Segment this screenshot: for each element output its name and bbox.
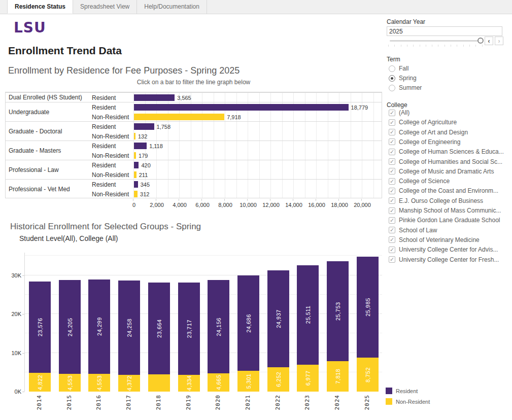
- non-resident-segment[interactable]: 4,665: [208, 373, 229, 392]
- college-option-college-of-music-and-dramatic-arts[interactable]: ✓College of Music and Dramatic Arts: [389, 168, 494, 175]
- college-option-school-of-veterinary-medicine[interactable]: ✓School of Veterinary Medicine: [389, 236, 480, 243]
- non-resident-segment[interactable]: 8,752: [357, 358, 379, 392]
- college-option-college-of-agriculture[interactable]: ✓College of Agriculture: [389, 119, 457, 126]
- resident-segment[interactable]: 23,664: [148, 283, 170, 374]
- resident-segment[interactable]: 25,511: [297, 265, 319, 364]
- non-resident-segment[interactable]: 4,553: [59, 374, 81, 392]
- checkbox-label: College of Engineering: [399, 138, 460, 146]
- checkbox-icon[interactable]: ✓: [389, 227, 395, 233]
- term-option-summer[interactable]: Summer: [389, 84, 422, 91]
- checkbox-icon[interactable]: ✓: [389, 119, 395, 126]
- term-option-fall[interactable]: Fall: [389, 65, 408, 72]
- undergraduate-non-resident-bar[interactable]: [134, 114, 224, 120]
- stacked-bar-2022[interactable]: 6,25224,937: [267, 270, 289, 392]
- college-option-e-j-ourso-college-of-business[interactable]: ✓E.J. Ourso College of Business: [389, 197, 483, 204]
- checkbox-icon[interactable]: ✓: [389, 110, 395, 116]
- resident-segment[interactable]: 24,258: [118, 281, 140, 375]
- slider-tick: [445, 45, 445, 47]
- checkbox-icon[interactable]: ✓: [389, 207, 395, 214]
- stacked-bar-2023[interactable]: 6,97725,511: [297, 265, 319, 392]
- tab-residence-status[interactable]: Residence Status: [7, 0, 73, 14]
- professional-law-resident-bar[interactable]: [134, 162, 139, 168]
- checkbox-icon[interactable]: ✓: [389, 168, 395, 174]
- stacked-bar-2014[interactable]: 4,82223,576: [29, 282, 51, 392]
- non-resident-segment[interactable]: [148, 374, 170, 392]
- calendar-year-input[interactable]: [387, 26, 502, 36]
- residence-label: Resident: [92, 104, 116, 111]
- college-option-college-of-engineering[interactable]: ✓College of Engineering: [389, 138, 460, 146]
- resident-segment[interactable]: 24,299: [88, 279, 110, 374]
- slider-tick: [457, 45, 457, 47]
- professional-vet-med-non-resident-bar[interactable]: [134, 191, 138, 197]
- college-option-college-of-humanities-and-social-sc[interactable]: ✓College of Humanities and Social Sc...: [389, 158, 502, 165]
- resident-segment[interactable]: 24,205: [59, 280, 81, 374]
- checkbox-icon[interactable]: ✓: [389, 236, 395, 243]
- stacked-bar-2015[interactable]: 4,55324,205: [59, 280, 81, 392]
- stacked-bar-2021[interactable]: 5,30124,686: [237, 275, 259, 392]
- checkbox-icon[interactable]: ✓: [389, 138, 395, 145]
- checkbox-icon[interactable]: ✓: [389, 256, 395, 263]
- tick-mark: [179, 199, 179, 201]
- term-option-spring[interactable]: Spring: [389, 75, 417, 82]
- resident-segment[interactable]: 23,576: [29, 282, 51, 373]
- checkbox-icon[interactable]: ✓: [389, 178, 395, 185]
- dual-enrolled-hs-student-resident-bar[interactable]: [134, 94, 175, 101]
- checkbox-icon[interactable]: ✓: [389, 129, 395, 135]
- stacked-bar-2016[interactable]: 4,55324,299: [88, 279, 110, 392]
- graduate-doctoral-resident-bar[interactable]: [134, 123, 154, 130]
- radio-icon[interactable]: [389, 75, 395, 82]
- resident-segment[interactable]: 25,985: [357, 257, 379, 358]
- checkbox-icon[interactable]: ✓: [389, 247, 395, 253]
- professional-vet-med-resident-bar[interactable]: [134, 181, 138, 188]
- college-option-college-of-science[interactable]: ✓College of Science: [389, 178, 450, 185]
- stacked-bar-2020[interactable]: 4,66524,156: [208, 280, 229, 392]
- stacked-bar-2018[interactable]: 23,664: [148, 283, 170, 392]
- graduate-doctoral-non-resident-bar[interactable]: [134, 133, 135, 139]
- professional-law-non-resident-bar[interactable]: [134, 171, 136, 178]
- stacked-bar-2017[interactable]: 4,37224,258: [118, 281, 140, 392]
- non-resident-segment[interactable]: 4,372: [118, 375, 140, 392]
- college-option-college-of-art-and-design[interactable]: ✓College of Art and Design: [389, 129, 468, 136]
- graduate-masters-non-resident-bar[interactable]: [134, 152, 136, 159]
- previous-year-button[interactable]: ‹: [485, 37, 493, 45]
- college-option-university-college-center-for-advis[interactable]: ✓University College Center for Advis...: [389, 246, 498, 253]
- radio-icon[interactable]: [389, 65, 395, 72]
- resident-segment[interactable]: 25,753: [327, 261, 349, 361]
- non-resident-segment[interactable]: 4,553: [88, 374, 110, 392]
- college-option-all[interactable]: ✓(All): [389, 109, 409, 116]
- college-option-college-of-human-sciences-educa[interactable]: ✓College of Human Sciences & Educa...: [389, 148, 504, 155]
- x-tick-label: 14,000: [285, 202, 302, 208]
- tab-spreadsheet-view[interactable]: Spreadsheet View: [73, 0, 137, 14]
- resident-segment[interactable]: 23,717: [178, 283, 200, 374]
- stacked-bar-2025[interactable]: 8,75225,985: [357, 257, 379, 392]
- checkbox-icon[interactable]: ✓: [389, 197, 395, 204]
- stacked-bar-2019[interactable]: 4,33423,717: [178, 283, 200, 392]
- college-option-manship-school-of-mass-communic[interactable]: ✓Manship School of Mass Communic...: [389, 207, 501, 214]
- non-resident-segment[interactable]: 4,822: [29, 373, 51, 392]
- calendar-year-slider-handle[interactable]: [477, 38, 484, 44]
- college-option-school-of-law[interactable]: ✓School of Law: [389, 227, 437, 234]
- non-resident-segment[interactable]: 5,301: [237, 371, 259, 392]
- checkbox-icon[interactable]: ✓: [389, 149, 395, 155]
- college-option-pinkie-gordon-lane-graduate-school[interactable]: ✓Pinkie Gordon Lane Graduate School: [389, 217, 500, 224]
- resident-segment[interactable]: 24,937: [267, 270, 289, 367]
- radio-icon[interactable]: [389, 85, 395, 91]
- non-resident-segment[interactable]: 6,252: [267, 367, 289, 392]
- college-option-college-of-the-coast-and-environm[interactable]: ✓College of the Coast and Environm...: [389, 187, 498, 194]
- resident-segment[interactable]: 24,686: [237, 275, 259, 371]
- checkbox-icon[interactable]: ✓: [389, 217, 395, 224]
- legend-swatch: [386, 398, 392, 405]
- tab-help-documentation[interactable]: Help/Documentation: [137, 0, 207, 14]
- next-year-button[interactable]: ›: [495, 37, 503, 45]
- stacked-bar-2024[interactable]: 7,81825,753: [327, 261, 349, 392]
- college-option-university-college-center-for-fresh[interactable]: ✓University College Center for Fresh...: [389, 256, 499, 263]
- non-resident-segment[interactable]: 4,334: [178, 375, 200, 392]
- undergraduate-resident-bar[interactable]: [134, 104, 349, 111]
- resident-segment[interactable]: 24,156: [208, 280, 229, 374]
- checkbox-icon[interactable]: ✓: [389, 188, 395, 194]
- calendar-year-slider-track[interactable]: [390, 40, 480, 42]
- non-resident-segment[interactable]: 7,818: [327, 361, 349, 392]
- graduate-masters-resident-bar[interactable]: [134, 143, 147, 149]
- checkbox-icon[interactable]: ✓: [389, 158, 395, 165]
- non-resident-segment[interactable]: 6,977: [297, 365, 319, 392]
